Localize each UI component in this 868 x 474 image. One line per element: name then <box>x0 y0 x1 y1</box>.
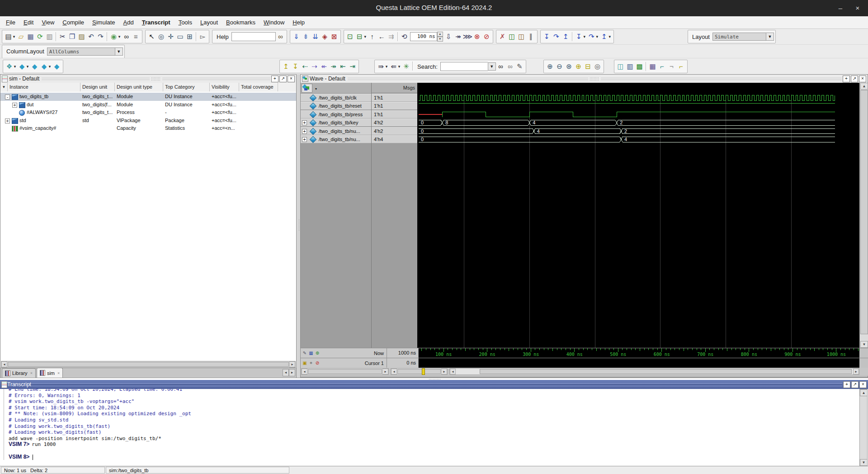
compile-button[interactable]: ⇓ <box>292 32 301 42</box>
search-dropdown-button[interactable]: ▼ <box>488 62 496 71</box>
menu-window[interactable]: Window <box>259 17 288 28</box>
expand-all-button[interactable]: ✳ <box>401 62 411 71</box>
wave-vertical-scrollbar[interactable]: ▲ ▼ <box>859 83 868 348</box>
expand-toggle-icon[interactable]: + <box>302 120 307 125</box>
reload-button[interactable]: ⟳ <box>35 32 45 42</box>
tab-sim[interactable]: sim× <box>37 368 63 378</box>
cursor-grid-button[interactable]: ▦ <box>308 349 314 358</box>
insert-cursor-button[interactable]: ↥ <box>281 62 291 71</box>
run-all-button[interactable]: ⋙ <box>463 32 472 42</box>
pan-mode-button[interactable]: ✛ <box>166 32 175 42</box>
redo-button[interactable]: ↷ <box>96 32 105 42</box>
environment-dropdown[interactable]: ▾ <box>363 32 368 42</box>
scroll-down-button[interactable]: ▼ <box>860 341 868 348</box>
expand-time-dropdown[interactable]: ▾ <box>397 62 401 71</box>
search-backward-button[interactable]: ∞ <box>505 62 515 71</box>
transcript-add-button[interactable]: + <box>843 381 850 388</box>
tab-library[interactable]: Library× <box>2 368 36 378</box>
zoom-between-cursors-button[interactable]: ⊟ <box>583 62 593 71</box>
find-toolbar-button[interactable]: ≡ <box>131 32 141 42</box>
compile-all-button[interactable]: ⇊ <box>311 32 320 42</box>
scroll-down-button[interactable]: ▼ <box>860 459 868 466</box>
edit-cursor-name-button[interactable]: ✎ <box>302 349 308 358</box>
search-input[interactable] <box>440 62 488 71</box>
menu-help[interactable]: Help <box>288 17 309 28</box>
layout-dropdown-button[interactable]: ▼ <box>766 33 774 41</box>
menu-transcript[interactable]: Transcript <box>138 17 175 28</box>
column-header-design-unit[interactable]: Design unit <box>80 83 115 91</box>
timeline-ruler[interactable]: 100 ns200 ns300 ns400 ns500 ns600 ns700 … <box>419 348 859 358</box>
break-button[interactable]: ⊗ <box>472 32 482 42</box>
minimize-button[interactable]: – <box>834 3 847 14</box>
insert-wave-button[interactable]: ◆ <box>52 62 61 71</box>
sim-panel-add-button[interactable]: + <box>271 76 278 82</box>
trace-connectivity-button[interactable]: ⊞ <box>185 32 194 42</box>
sim-tree-row-two-digits-tb[interactable]: -two_digits_tbtwo_digits_t...ModuleDU In… <box>0 93 296 101</box>
back-button[interactable]: ← <box>377 32 387 42</box>
collapse-time-dropdown[interactable]: ▾ <box>384 62 389 71</box>
menu-tools[interactable]: Tools <box>175 17 196 28</box>
previous-rising-edge-button[interactable]: ⇤ <box>338 62 348 71</box>
zoom-full-button[interactable]: ⊛ <box>564 62 574 71</box>
zoom-mode-toggle-button[interactable]: ◎ <box>593 62 602 71</box>
edit-mode-button[interactable]: ▭ <box>175 32 185 42</box>
next-rising-edge-button[interactable]: ⇥ <box>348 62 357 71</box>
close-button[interactable]: × <box>851 3 864 14</box>
paste-button[interactable]: ▨ <box>77 32 86 42</box>
save-button[interactable]: ▦ <box>26 32 35 42</box>
wave-panel-undock-button[interactable]: ↗ <box>851 76 858 82</box>
column-header-design-unit-type[interactable]: Design unit type <box>115 83 163 91</box>
zoom-out-button[interactable]: ⊖ <box>555 62 564 71</box>
column-header-total-coverage[interactable]: Total coverage <box>239 83 278 91</box>
snap-cursor-right-button[interactable]: ⌐ <box>676 62 686 71</box>
step-out-button[interactable]: ↥ <box>561 32 571 42</box>
environment-up-button[interactable]: ⊡ <box>345 32 355 42</box>
menu-compile[interactable]: Compile <box>58 17 88 28</box>
continue-run-button[interactable]: ↠ <box>453 32 463 42</box>
lock-cursor-button[interactable]: ▣ <box>302 359 308 368</box>
run-length-increase-button[interactable]: ▲ <box>437 32 443 37</box>
tab-close-icon[interactable]: × <box>57 371 60 375</box>
transcript-console[interactable]: # End time: 18:54:09 on Oct 20,2024, Ela… <box>0 389 859 466</box>
menu-edit[interactable]: Edit <box>19 17 38 28</box>
up-context-button[interactable]: ↑ <box>368 32 377 42</box>
expand-toggle-icon[interactable]: + <box>12 103 17 108</box>
step-over-button[interactable]: ↷ <box>552 32 561 42</box>
print-button[interactable]: ▥ <box>45 32 54 42</box>
memory-profile-button[interactable]: ◫ <box>517 32 526 42</box>
menu-simulate[interactable]: Simulate <box>88 17 119 28</box>
virtual-signal-dropdown[interactable]: ▾ <box>13 62 17 71</box>
help-input[interactable] <box>231 32 276 41</box>
open-file-button[interactable]: ▱ <box>16 32 26 42</box>
wave-signal-two-digits-tb-press[interactable]: /two_digits_tb/press <box>301 110 371 118</box>
sim-panel-undock-button[interactable]: ↗ <box>279 76 287 82</box>
sim-horizontal-scrollbar[interactable]: ◂ ▸ <box>1 361 296 368</box>
copy-button[interactable]: ❐ <box>67 32 77 42</box>
transcript-close-button[interactable]: × <box>859 381 867 388</box>
show-grid-button[interactable]: ▦ <box>648 62 657 71</box>
colorize-dropdown[interactable]: ▾ <box>117 32 122 42</box>
expand-toggle-icon[interactable]: + <box>302 129 307 134</box>
tab-scroll-right-button[interactable]: ▸ <box>289 369 295 376</box>
column-layout-combo[interactable]: AllColumns ▼ <box>47 47 123 56</box>
column-layout-dropdown-button[interactable]: ▼ <box>115 47 123 56</box>
previous-falling-edge-button[interactable]: ↞ <box>319 62 329 71</box>
zoom-in-button[interactable]: ⊕ <box>545 62 555 71</box>
column-header-instance[interactable]: Instance <box>8 83 80 91</box>
snap-cursor-margin-button[interactable]: ¬ <box>667 62 676 71</box>
menu-bookmarks[interactable]: Bookmarks <box>222 17 259 28</box>
compile-outdated-button[interactable]: ⇟ <box>301 32 311 42</box>
collapse-toggle-icon[interactable]: - <box>5 95 10 100</box>
cursor-label[interactable]: Cursor 1 <box>321 360 387 366</box>
wave-palette-button[interactable]: ▾ <box>302 84 312 93</box>
transcript-undock-button[interactable]: ↗ <box>851 381 859 388</box>
run-length-field[interactable]: 100 ns <box>410 32 437 41</box>
tab-close-icon[interactable]: × <box>30 371 33 375</box>
column-header-top-category[interactable]: Top Category <box>163 83 210 91</box>
wave-signal-two-digits-tb-nu[interactable]: +/two_digits_tb/nu... <box>301 135 371 143</box>
wave-panel-add-button[interactable]: + <box>843 76 850 82</box>
undo-button[interactable]: ↶ <box>86 32 96 42</box>
search-forward-button[interactable]: ∞ <box>496 62 505 71</box>
show-values-column-button[interactable]: ▥ <box>625 62 635 71</box>
search-combo[interactable]: ▼ <box>440 62 496 71</box>
